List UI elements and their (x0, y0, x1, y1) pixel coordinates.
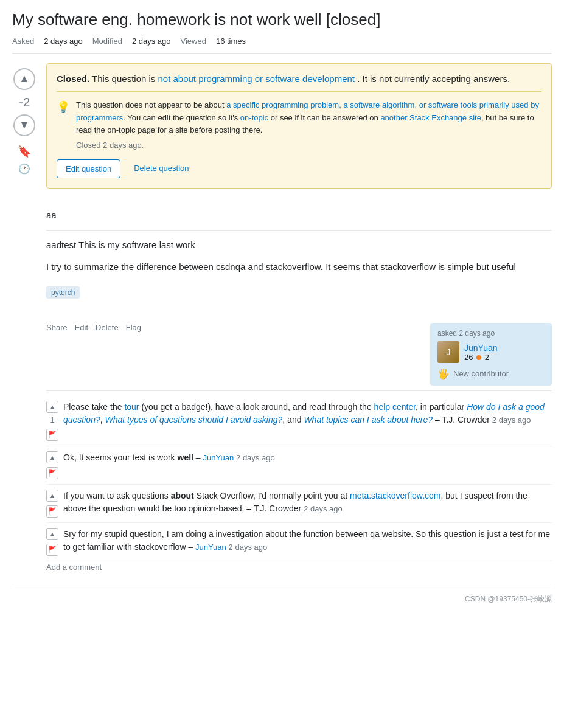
user-details: JunYuan 26 2 (464, 342, 498, 362)
history-icon[interactable]: 🕐 (18, 163, 30, 175)
comment: ▲ 🚩 Ok, It seems your test is work well … (46, 446, 552, 485)
asked-label: Asked (12, 36, 34, 46)
closed-reason-body: This question does not appear to be abou… (76, 99, 541, 150)
modified-time: 2 days ago (132, 36, 171, 46)
comment-flag-3[interactable]: 🚩 (46, 505, 58, 518)
vote-column: ▲ -2 ▼ 🔖 🕐 (12, 63, 37, 572)
asked-label-card: asked 2 days ago (437, 329, 545, 338)
page-footer: CSDN @19375450-张峻源 (12, 584, 552, 605)
username-link[interactable]: JunYuan (464, 343, 498, 353)
comment-flag-4[interactable]: 🚩 (46, 544, 58, 556)
post-actions: Share Edit Delete Flag (46, 323, 141, 332)
footer-watermark: CSDN @19375450-张峻源 (465, 594, 552, 605)
pytorch-tag[interactable]: pytorch (46, 286, 80, 299)
comments-section: ▲ 1 🚩 Please take the tour (you get a ba… (46, 390, 552, 572)
viewed-count: 16 times (216, 36, 246, 46)
comment-upvote-2[interactable]: ▲ (46, 451, 58, 463)
delete-question-button[interactable]: Delete question (125, 159, 197, 178)
comment-upvote-4[interactable]: ▲ (46, 528, 58, 540)
question-line1: aa (46, 208, 552, 223)
downvote-button[interactable]: ▼ (13, 114, 35, 136)
closed-divider (57, 91, 541, 92)
topics-link[interactable]: What topics can I ask about here? (304, 415, 433, 425)
upvote-icon: ▲ (19, 72, 30, 85)
comment: ▲ 1 🚩 Please take the tour (you get a ba… (46, 396, 552, 446)
closed-suffix: . It is not currently accepting answers. (357, 74, 510, 84)
avoid-asking-link[interactable]: What types of questions should I avoid a… (105, 415, 283, 425)
reason-link-stackexchange[interactable]: another Stack Exchange site (380, 113, 481, 122)
comment-body-4: Sry for my stupid question, I am doing a… (63, 528, 552, 553)
comment-body-2: Ok, It seems your test is work well – Ju… (63, 451, 552, 464)
rep-number: 26 (464, 353, 473, 362)
comment-flag-1[interactable]: 🚩 (46, 429, 58, 441)
question-text-body: aa aadtest This is my software last work… (46, 198, 552, 308)
asked-time: 2 days ago (44, 36, 83, 46)
comment: ▲ 🚩 If you want to ask questions about S… (46, 485, 552, 523)
comment-body-1: Please take the tour (you get a badge!),… (63, 401, 552, 426)
rep-badge (476, 355, 481, 360)
comment-flag-2[interactable]: 🚩 (46, 467, 58, 479)
new-contributor-icon: 🖐 (437, 368, 450, 380)
closed-timestamp: Closed 2 days ago. (76, 140, 541, 150)
viewed-label: Viewed (181, 36, 206, 46)
comment: ▲ 🚩 Sry for my stupid question, I am doi… (46, 523, 552, 561)
page-title: My software eng. homework is not work we… (12, 10, 552, 30)
junyuan-link-2[interactable]: JunYuan (195, 543, 226, 552)
badge-count: 2 (485, 353, 489, 362)
closed-notice: Closed. This question is not about progr… (46, 63, 552, 189)
avatar-image: J (437, 341, 459, 363)
upvote-button[interactable]: ▲ (13, 68, 35, 90)
delete-link[interactable]: Delete (96, 323, 119, 332)
post-footer: Share Edit Delete Flag asked 2 days ago … (46, 318, 552, 386)
question-line2: aadtest This is my software last work (46, 238, 552, 252)
helpcenter-link[interactable]: help center (374, 402, 416, 412)
main-content: ▲ -2 ▼ 🔖 🕐 Closed. This question is not … (12, 63, 552, 572)
tags: pytorch (46, 282, 552, 299)
junyuan-link-1[interactable]: JunYuan (203, 453, 234, 462)
closed-link[interactable]: not about programming or software develo… (158, 74, 355, 84)
comment-vote-1: ▲ 1 🚩 (46, 401, 58, 441)
comment-vote-2: ▲ 🚩 (46, 451, 58, 479)
edit-link[interactable]: Edit (75, 323, 88, 332)
comment-vote-3: ▲ 🚩 (46, 490, 58, 518)
comment-time-2: 2 days ago (236, 453, 275, 462)
share-link[interactable]: Share (46, 323, 68, 332)
edit-question-button[interactable]: Edit question (57, 159, 120, 178)
new-contributor-label: New contributor (453, 369, 509, 378)
reason-link-ontopic[interactable]: on-topic (240, 113, 268, 122)
vote-count: -2 (19, 95, 30, 109)
comment-body-3: If you want to ask questions about Stack… (63, 490, 552, 515)
question-meta: Asked 2 days ago Modified 2 days ago Vie… (12, 36, 552, 54)
closed-header: Closed. This question is not about progr… (57, 74, 541, 84)
action-buttons: Edit question Delete question (57, 159, 541, 178)
comment-time-4: 2 days ago (229, 543, 268, 552)
text-separator (46, 230, 552, 231)
comment-time-3: 2 days ago (304, 504, 343, 513)
downvote-icon: ▼ (19, 119, 30, 131)
closed-text: This question is (92, 74, 158, 84)
new-contributor: 🖐 New contributor (437, 368, 545, 380)
comment-upvote-1[interactable]: ▲ (46, 401, 58, 413)
closed-reason: 💡 This question does not appear to be ab… (57, 99, 541, 150)
flag-link[interactable]: Flag (126, 323, 141, 332)
bulb-icon: 💡 (57, 100, 70, 114)
comment-vote-count-1: 1 (50, 414, 54, 426)
closed-bold: Closed. (57, 74, 89, 84)
user-rep: 26 2 (464, 353, 498, 362)
comment-upvote-3[interactable]: ▲ (46, 490, 58, 502)
meta-so-link[interactable]: meta.stackoverflow.com (350, 491, 440, 501)
question-line3: I try to summarize the difference betwee… (46, 260, 552, 274)
question-body: Closed. This question is not about progr… (46, 63, 552, 572)
user-info: J JunYuan 26 2 (437, 341, 545, 363)
avatar: J (437, 341, 459, 363)
add-comment-link[interactable]: Add a comment (46, 558, 102, 577)
tour-link[interactable]: tour (124, 402, 139, 412)
modified-label: Modified (92, 36, 122, 46)
user-card: asked 2 days ago J JunYuan 26 2 (430, 323, 552, 386)
closed-reason-text: This question does not appear to be abou… (76, 99, 541, 137)
bookmark-icon[interactable]: 🔖 (18, 145, 31, 158)
comment-time-1: 2 days ago (492, 415, 531, 425)
comment-vote-4: ▲ 🚩 (46, 528, 58, 556)
